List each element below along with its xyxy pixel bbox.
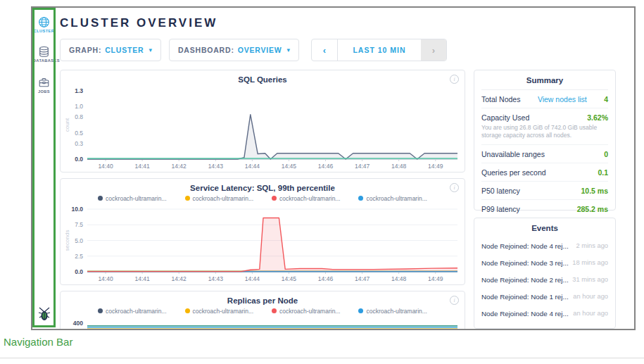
event-row[interactable]: Node Rejoined: Node 2 rej... 31 mins ago	[481, 271, 608, 288]
summary-row-p99: P99 latency 285.2 ms	[481, 200, 608, 218]
info-icon[interactable]: i	[450, 296, 459, 305]
graph-dropdown-value: CLUSTER	[105, 46, 144, 54]
svg-text:14:49: 14:49	[428, 163, 443, 170]
event-row[interactable]: Node Rejoined: Node 3 rej... 18 mins ago	[481, 254, 608, 271]
svg-text:0.8: 0.8	[75, 113, 83, 120]
legend-item[interactable]: cockroach-ultramarin...	[185, 194, 253, 203]
event-text: Node Rejoined: Node 4 rej...	[481, 242, 569, 250]
summary-row-p50: P50 latency 10.5 ms	[481, 182, 608, 200]
legend-dot	[272, 196, 277, 201]
view-nodes-list-link[interactable]: View nodes list	[538, 95, 587, 103]
legend-item[interactable]: cockroach-ultramarin...	[98, 194, 166, 203]
event-row[interactable]: Node Rejoined: Node 4 rej... an hour ago	[481, 305, 608, 322]
svg-text:14:42: 14:42	[172, 275, 187, 282]
info-icon[interactable]: i	[450, 183, 459, 192]
capacity-subtext: You are using 26.8 GiB of 742.0 GiB usab…	[481, 124, 608, 145]
chart-card-sql-queries: SQL Queries i 14:4014:4114:4214:4314:441…	[60, 70, 465, 172]
svg-text:14:40: 14:40	[98, 275, 113, 282]
event-text: Node Rejoined: Node 2 rej...	[481, 276, 569, 284]
summary-value: 0.1	[598, 168, 608, 177]
svg-text:14:46: 14:46	[318, 275, 334, 282]
app-screenshot: CLUSTER DATABASES	[31, 6, 636, 330]
legend-item[interactable]: cockroach-ultramarin...	[358, 306, 427, 315]
svg-text:14:44: 14:44	[245, 275, 260, 282]
chevron-down-icon: ▾	[287, 46, 291, 54]
summary-row-unavailable-ranges: Unavailable ranges 0	[481, 145, 608, 163]
event-row[interactable]: Node Rejoined: Node 4 rej... 2 mins ago	[481, 237, 608, 254]
chart-title: Replicas per Node	[61, 291, 465, 305]
svg-text:14:47: 14:47	[355, 275, 370, 282]
time-next-button-disabled[interactable]: ›	[421, 39, 446, 61]
sidebar-item-jobs[interactable]: JOBS	[32, 77, 56, 94]
time-range-selector: ‹ LAST 10 MIN ›	[311, 39, 447, 61]
dashboard-dropdown-label: DASHBOARD:	[178, 46, 234, 54]
time-range-value[interactable]: LAST 10 MIN	[338, 39, 421, 61]
svg-text:1.0: 1.0	[75, 103, 83, 110]
events-title: Events	[481, 218, 608, 237]
chart-legend: cockroach-ultramarin...cockroach-ultrama…	[61, 194, 465, 203]
briefcase-icon	[38, 77, 50, 89]
svg-text:0.5: 0.5	[75, 130, 83, 137]
figure: CLUSTER DATABASES	[0, 0, 644, 364]
legend-item[interactable]: cockroach-ultramarin...	[272, 194, 340, 203]
sql-queries-chart-plot[interactable]: 14:4014:4114:4214:4314:4414:4514:4614:47…	[63, 87, 462, 170]
svg-text:14:49: 14:49	[428, 275, 443, 282]
legend-dot	[272, 308, 277, 313]
legend-dot	[358, 196, 363, 201]
legend-item[interactable]: cockroach-ultramarin...	[185, 306, 253, 315]
svg-text:1.3: 1.3	[75, 87, 83, 94]
summary-value: 0	[604, 150, 608, 158]
time-prev-button[interactable]: ‹	[312, 39, 338, 61]
summary-value: 285.2 ms	[577, 205, 608, 213]
legend-dot	[185, 196, 190, 201]
summary-title: Summary	[481, 70, 608, 90]
legend-item[interactable]: cockroach-ultramarin...	[272, 306, 340, 315]
right-column: Summary Total Nodes View nodes list 4 Ca…	[474, 70, 616, 330]
svg-text:14:44: 14:44	[245, 163, 260, 170]
graph-dropdown-label: GRAPH:	[69, 46, 101, 54]
chart-title: Service Latency: SQL, 99th percentile	[61, 179, 465, 192]
chart-card-service-latency: Service Latency: SQL, 99th percentile i …	[60, 178, 465, 285]
svg-text:400: 400	[73, 320, 83, 327]
chart-title: SQL Queries	[61, 70, 465, 84]
summary-value: 3.62%	[587, 113, 608, 122]
svg-text:14:40: 14:40	[98, 163, 113, 170]
event-time: an hour ago	[573, 293, 608, 300]
sidebar-item-label: DATABASES	[33, 58, 55, 63]
info-icon[interactable]: i	[450, 75, 459, 84]
summary-label: Queries per second	[481, 168, 546, 177]
legend-dot	[185, 308, 190, 313]
svg-text:14:43: 14:43	[208, 275, 224, 282]
event-text: Node Rejoined: Node 4 rej...	[481, 310, 569, 318]
summary-panel: Summary Total Nodes View nodes list 4 Ca…	[474, 70, 616, 211]
legend-dot	[98, 308, 103, 313]
toolbar: GRAPH: CLUSTER ▾ DASHBOARD: OVERVIEW ▾ ‹…	[60, 39, 634, 61]
dashboard-dropdown-value: OVERVIEW	[238, 46, 282, 54]
svg-text:0.0: 0.0	[75, 156, 83, 163]
summary-label: Total Nodes	[481, 95, 520, 103]
svg-text:14:45: 14:45	[282, 275, 297, 282]
svg-text:0.0: 0.0	[75, 268, 83, 275]
svg-text:5.0: 5.0	[75, 237, 83, 244]
svg-text:14:45: 14:45	[282, 163, 297, 170]
main-content: CLUSTER OVERVIEW GRAPH: CLUSTER ▾ DASHBO…	[60, 8, 634, 329]
summary-row-qps: Queries per second 0.1	[481, 163, 608, 182]
divider	[0, 358, 644, 358]
legend-item[interactable]: cockroach-ultramarin...	[98, 306, 166, 315]
replicas-chart-plot[interactable]: 14:4014:4114:4214:4314:4414:4514:4614:47…	[63, 315, 462, 330]
legend-dot	[358, 308, 363, 313]
svg-text:14:41: 14:41	[134, 275, 150, 282]
svg-text:14:46: 14:46	[318, 163, 334, 170]
navigation-bar: CLUSTER DATABASES	[32, 8, 56, 329]
sidebar-item-cluster[interactable]: CLUSTER	[32, 16, 56, 33]
svg-text:seconds: seconds	[64, 230, 70, 251]
graph-dropdown[interactable]: GRAPH: CLUSTER ▾	[60, 39, 161, 61]
summary-label: Unavailable ranges	[481, 150, 545, 158]
legend-item[interactable]: cockroach-ultramarin...	[358, 194, 427, 203]
sidebar-item-databases[interactable]: DATABASES	[32, 46, 56, 63]
dashboard-dropdown[interactable]: DASHBOARD: OVERVIEW ▾	[169, 39, 299, 61]
event-row[interactable]: Node Rejoined: Node 1 rej... an hour ago	[481, 288, 608, 305]
sidebar-item-label: JOBS	[33, 89, 55, 94]
event-time: 31 mins ago	[572, 276, 608, 283]
service-latency-chart-plot[interactable]: 14:4014:4114:4214:4314:4414:4514:4614:47…	[63, 206, 462, 283]
